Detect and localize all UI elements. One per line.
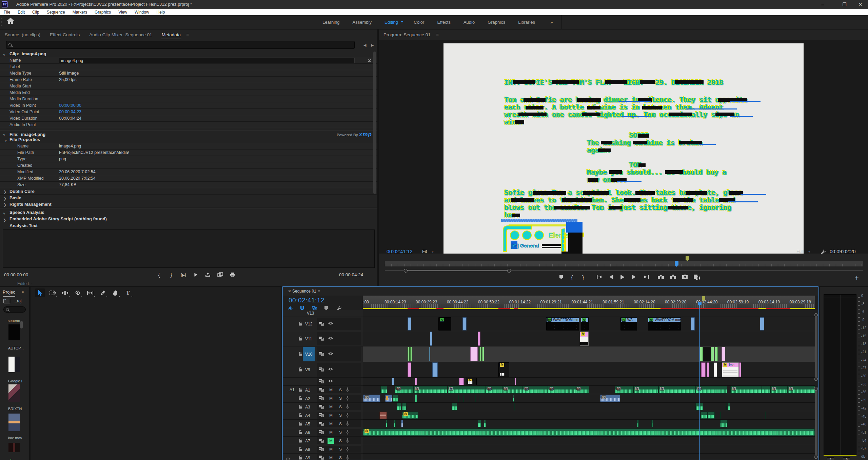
clip-v8[interactable]: fx (467, 378, 477, 385)
play-icon[interactable] (192, 272, 199, 278)
workspace-tab-color[interactable]: Color (407, 20, 431, 25)
clip-a4[interactable]: fx (402, 412, 418, 419)
step-back-icon[interactable] (608, 274, 614, 280)
clip-a3[interactable] (452, 403, 457, 411)
solo-button-a3[interactable]: S (337, 404, 344, 410)
pen-tool[interactable] (98, 288, 107, 297)
clip-a1[interactable]: fx (770, 386, 787, 394)
insert-track-icon[interactable] (319, 387, 324, 392)
insert-track-icon[interactable] (319, 447, 324, 451)
clip-a3[interactable] (728, 403, 730, 411)
project-item-label[interactable]: BRIXTN (8, 407, 32, 411)
horizontal-scrollbar-knob[interactable] (286, 458, 290, 460)
solo-button-a1[interactable]: S (337, 387, 344, 393)
clip-v10[interactable] (703, 347, 711, 361)
clip-v8[interactable] (392, 378, 394, 385)
clip-a2[interactable] (479, 395, 479, 402)
tab-program[interactable]: Program: Sequence 01 (379, 32, 435, 37)
clip-a1[interactable]: fx (633, 386, 658, 394)
scrollbar-knob[interactable] (814, 313, 818, 317)
lock-icon[interactable] (298, 404, 302, 409)
clip-v8[interactable] (459, 378, 464, 385)
track-select-forward-tool[interactable] (48, 288, 57, 297)
clip-a1[interactable] (762, 386, 770, 394)
track-name-a5[interactable]: A5 (305, 422, 310, 426)
mute-button-a3[interactable]: M (328, 404, 334, 410)
clip-a4[interactable] (765, 412, 766, 419)
project-thumbnail[interactable] (8, 357, 20, 372)
file-properties-header[interactable]: ˅File Properties (0, 136, 377, 143)
mark-out-icon[interactable]: } (167, 272, 175, 278)
insert-track-icon[interactable] (319, 404, 324, 409)
clip-v10[interactable] (479, 347, 481, 361)
workspace-tab-libraries[interactable]: Libraries (512, 20, 541, 25)
clip-v12[interactable] (462, 317, 467, 331)
track-v13-content[interactable] (363, 310, 815, 317)
clip-a3[interactable] (726, 403, 727, 411)
file-section-header[interactable]: ˅File: image4.pngPowered By xmp (0, 130, 377, 136)
clip-v10[interactable] (722, 347, 725, 361)
project-item-label[interactable]: seuenc (8, 319, 32, 323)
export-frame-icon[interactable] (682, 274, 688, 279)
track-name-v10[interactable]: V10 (303, 347, 315, 361)
home-icon[interactable] (7, 17, 14, 24)
clip-a1[interactable]: fx (548, 386, 575, 394)
clip-v12[interactable] (691, 317, 695, 331)
clip-a2[interactable] (470, 395, 470, 402)
clip-v12[interactable]: fx (438, 317, 451, 331)
clip-a3[interactable] (397, 403, 401, 411)
minimize-button[interactable]: – (815, 0, 830, 9)
scrollbar-knob[interactable] (814, 377, 818, 381)
insert-track-icon[interactable] (319, 352, 324, 356)
insert-track-icon[interactable] (319, 379, 324, 383)
clip-v10[interactable] (429, 347, 430, 361)
menu-graphics[interactable]: Graphics (91, 9, 115, 15)
mute-button-a7[interactable]: M (328, 438, 334, 444)
mute-button-a2[interactable]: M (328, 395, 334, 401)
solo-button-a5[interactable]: S (337, 421, 344, 427)
ripple-edit-tool[interactable] (60, 288, 70, 297)
mute-button-a4[interactable]: M (328, 412, 334, 418)
clip-v9[interactable] (701, 362, 706, 377)
print-icon[interactable] (229, 272, 236, 278)
track-name-a8[interactable]: A8 (305, 447, 310, 452)
lift-icon[interactable] (657, 274, 664, 280)
project-thumbnail[interactable] (8, 443, 20, 452)
voiceover-record-icon[interactable] (346, 429, 349, 435)
maximize-button[interactable]: ❐ (837, 0, 852, 9)
tab-metadata[interactable]: Metadata (157, 32, 185, 37)
clip-v12[interactable]: WAVEFROM.movfx (648, 317, 681, 331)
razor-tool[interactable] (73, 288, 82, 297)
menu-help[interactable]: Help (153, 9, 169, 15)
track-a1-content[interactable]: fxfxfxfxfxfxfxfxfxfxfxfxfxfxfx (363, 386, 815, 394)
playback-resolution-select[interactable]: Full˅ (796, 249, 810, 254)
voiceover-record-icon[interactable] (346, 446, 349, 452)
solo-button-a9[interactable]: S (337, 455, 344, 460)
speech-analysis-header[interactable]: ˅Speech Analysis (0, 209, 377, 216)
match-frame-icon[interactable] (216, 272, 224, 278)
clip-a1[interactable]: fx (787, 386, 815, 394)
lock-icon[interactable] (298, 447, 302, 451)
solo-button-a4[interactable]: S (337, 412, 344, 418)
clip-v10[interactable] (700, 347, 703, 361)
voiceover-record-icon[interactable] (346, 413, 349, 418)
clip-v10[interactable] (482, 347, 484, 361)
clip-v10[interactable] (715, 347, 718, 361)
clip-v9[interactable] (432, 362, 438, 377)
field-value[interactable]: 00:00:04:23 (59, 109, 81, 114)
clip-a1[interactable]: fx (730, 386, 762, 394)
mark-in-icon[interactable]: { (155, 272, 163, 278)
solo-right-button[interactable]: S (843, 457, 850, 460)
mute-button-a6[interactable]: M (328, 429, 334, 435)
track-a9-content[interactable] (363, 454, 815, 460)
clip-v9[interactable] (707, 362, 709, 377)
close-button[interactable]: ✕ (853, 0, 868, 9)
insert-track-icon[interactable] (319, 367, 324, 372)
navigate-up-icon[interactable] (3, 299, 10, 303)
workspace-tab-editing[interactable]: Editing (378, 20, 401, 25)
clip-v10[interactable] (470, 347, 478, 361)
lock-icon[interactable] (298, 438, 302, 443)
clip-a3[interactable] (514, 403, 515, 411)
track-name-v11[interactable]: V11 (305, 337, 312, 341)
button-editor-plus[interactable]: + (855, 274, 859, 282)
